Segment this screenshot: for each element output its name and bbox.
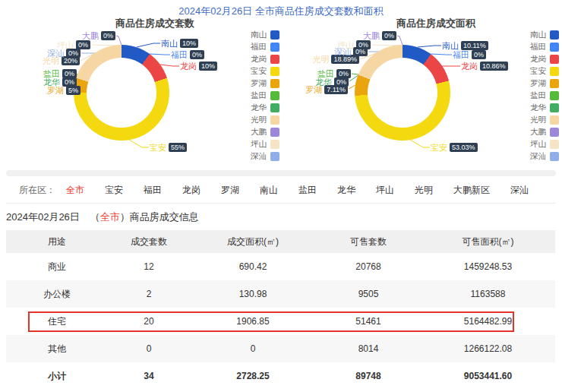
legend-label: 盐田 [530,90,546,101]
pie-label-value: 55% [169,143,187,152]
section-suffix: 商品房成交信息 [130,211,199,223]
legend-item-宝安[interactable]: 宝安 [251,67,279,76]
legend-area: 南山福田龙岗宝安罗湖盐田龙华光明大鹏坪山深汕 [530,30,559,164]
legend-swatch [550,43,559,52]
legend-item-坪山[interactable]: 坪山 [530,140,559,149]
legend-item-深汕[interactable]: 深汕 [251,152,279,161]
legend-item-龙华[interactable]: 龙华 [530,103,559,112]
district-filter-bar: 所在区： 全市宝安福田龙岗罗湖南山盐田龙华坪山光明大鹏新区深汕 [6,177,556,204]
legend-item-南山[interactable]: 南山 [530,30,559,40]
chart-title-units: 商品住房成交套数 [115,17,194,30]
legend-swatch [270,30,279,40]
pie-label-name: 龙华 [43,77,60,88]
filter-district-宝安[interactable]: 宝安 [105,184,123,197]
pie-leader-line [160,65,179,66]
filter-district-坪山[interactable]: 坪山 [376,184,394,197]
legend-item-光明[interactable]: 光明 [530,115,559,125]
pie-label-value: 0% [190,50,204,59]
table-cell: 9053441.60 [421,362,555,390]
filter-district-龙岗[interactable]: 龙岗 [182,184,200,197]
legend-units: 南山福田龙岗宝安罗湖盐田龙华光明大鹏坪山深汕 [251,30,279,164]
table-row-其他: 其他0080141266122.08 [6,335,555,362]
legend-item-龙岗[interactable]: 龙岗 [530,55,559,64]
legend-swatch [550,103,559,112]
legend-label: 坪山 [530,139,546,150]
filter-district-罗湖[interactable]: 罗湖 [221,184,239,197]
filter-district-福田[interactable]: 福田 [144,184,162,197]
filter-district-全市[interactable]: 全市 [66,184,84,197]
legend-swatch [550,79,559,88]
legend-item-大鹏[interactable]: 大鹏 [251,128,279,137]
filter-label: 所在区： [19,184,55,197]
filter-district-深汕[interactable]: 深汕 [510,184,529,197]
pie-label-value: 10% [180,39,198,48]
legend-label: 罗湖 [251,78,267,89]
legend-swatch [270,67,279,76]
table-cell: 商业 [6,253,108,280]
legend-item-坪山[interactable]: 坪山 [251,140,279,149]
legend-item-深汕[interactable]: 深汕 [530,152,559,161]
legend-item-龙华[interactable]: 龙华 [251,103,279,112]
legend-item-宝安[interactable]: 宝安 [530,67,559,76]
table-header-row: 用途成交套数成交面积(㎡)可售套数可售面积(㎡) [6,230,555,253]
donut-chart-area[interactable] [355,45,450,141]
legend-item-福田[interactable]: 福田 [251,43,279,52]
pie-leader-line [410,140,430,147]
legend-swatch [270,140,279,149]
donut-chart-units[interactable] [74,45,169,141]
table-cell: 12 [108,253,190,280]
legend-swatch [550,30,559,40]
filter-district-光明[interactable]: 光明 [415,184,433,197]
pie-label-福田: 福田0% [453,49,486,60]
pie-leader-line [431,54,452,55]
pie-label-南山: 南山10% [161,38,198,49]
legend-label: 坪山 [251,139,267,150]
legend-label: 南山 [530,30,546,40]
table-row-商业: 商业12690.42207681459248.53 [6,253,555,280]
legend-item-盐田[interactable]: 盐田 [530,91,559,100]
filter-district-盐田[interactable]: 盐田 [298,184,317,197]
section-city: 全市 [100,211,120,223]
pie-label-value: 53.03% [450,143,478,152]
pie-label-name: 南山 [161,38,178,49]
legend-item-盐田[interactable]: 盐田 [251,91,279,100]
pie-label-value: 0% [472,50,486,59]
legend-item-罗湖[interactable]: 罗湖 [251,79,279,88]
pie-label-龙华: 龙华0% [43,77,77,87]
pie-label-name: 深汕 [334,46,351,58]
table-cell: 住宅 [6,308,108,335]
filter-district-南山[interactable]: 南山 [260,184,278,197]
legend-swatch [270,152,279,161]
pie-label-宝安: 宝安53.03% [431,142,478,153]
legend-swatch [550,55,559,64]
legend-swatch [550,140,559,149]
table-cell: 690.42 [190,253,316,280]
pie-label-name: 深汕 [47,48,64,59]
legend-label: 南山 [251,30,267,40]
pie-label-name: 龙岗 [180,61,197,72]
legend-swatch [270,43,279,52]
legend-item-大鹏[interactable]: 大鹏 [530,128,559,137]
legend-swatch [550,115,559,125]
legend-item-福田[interactable]: 福田 [530,43,559,52]
filter-district-大鹏新区[interactable]: 大鹏新区 [453,184,490,197]
pie-label-龙华: 龙华0% [315,77,349,87]
legend-item-光明[interactable]: 光明 [251,115,279,125]
table-cell: 1266122.08 [421,335,555,362]
legend-item-罗湖[interactable]: 罗湖 [530,79,559,88]
pie-leader-line [418,46,441,47]
legend-swatch [270,79,279,88]
pie-label-value: 0% [101,31,115,40]
table-header-cell: 成交套数 [108,230,190,253]
pie-label-深汕: 深汕0% [47,48,81,58]
legend-item-龙岗[interactable]: 龙岗 [251,55,279,64]
pie-label-name: 宝安 [431,142,447,153]
legend-label: 罗湖 [530,78,546,89]
filter-district-龙华[interactable]: 龙华 [337,184,355,197]
legend-swatch [270,55,279,64]
legend-item-南山[interactable]: 南山 [251,30,279,40]
chart-title-area: 商品住房成交面积 [396,17,475,30]
legend-label: 大鹏 [251,127,267,138]
pie-label-value: 0% [66,49,81,58]
legend-label: 福田 [251,42,267,52]
